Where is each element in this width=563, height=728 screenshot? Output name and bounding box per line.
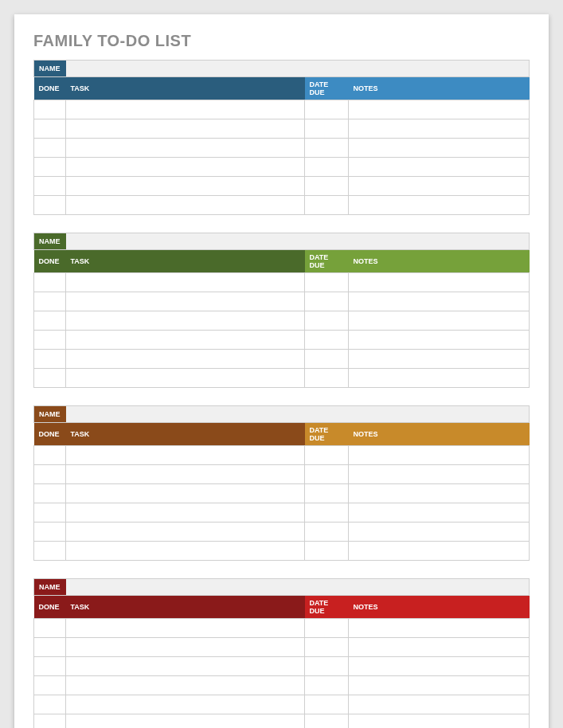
cell-date-due[interactable] xyxy=(305,503,349,523)
cell-date-due[interactable] xyxy=(305,638,349,657)
cell-done[interactable] xyxy=(34,446,66,465)
cell-done[interactable] xyxy=(34,177,66,196)
cell-notes[interactable] xyxy=(349,350,530,369)
cell-date-due[interactable] xyxy=(305,100,349,119)
cell-task[interactable] xyxy=(66,638,305,657)
cell-task[interactable] xyxy=(66,119,305,139)
cell-task[interactable] xyxy=(66,542,305,561)
cell-task[interactable] xyxy=(66,311,305,331)
cell-date-due[interactable] xyxy=(305,177,349,196)
cell-done[interactable] xyxy=(34,196,66,215)
cell-notes[interactable] xyxy=(349,311,530,331)
cell-date-due[interactable] xyxy=(305,196,349,215)
cell-date-due[interactable] xyxy=(305,369,349,388)
cell-done[interactable] xyxy=(34,158,66,177)
cell-done[interactable] xyxy=(34,619,66,638)
cell-done[interactable] xyxy=(34,503,66,523)
cell-done[interactable] xyxy=(34,657,66,676)
cell-notes[interactable] xyxy=(349,139,530,158)
cell-date-due[interactable] xyxy=(305,619,349,638)
cell-notes[interactable] xyxy=(349,523,530,542)
cell-task[interactable] xyxy=(66,177,305,196)
cell-notes[interactable] xyxy=(349,273,530,292)
cell-done[interactable] xyxy=(34,273,66,292)
cell-date-due[interactable] xyxy=(305,273,349,292)
cell-done[interactable] xyxy=(34,714,66,729)
cell-done[interactable] xyxy=(34,638,66,657)
cell-task[interactable] xyxy=(66,100,305,119)
cell-date-due[interactable] xyxy=(305,446,349,465)
cell-task[interactable] xyxy=(66,503,305,523)
cell-done[interactable] xyxy=(34,465,66,484)
cell-done[interactable] xyxy=(34,484,66,503)
cell-task[interactable] xyxy=(66,273,305,292)
cell-date-due[interactable] xyxy=(305,484,349,503)
cell-date-due[interactable] xyxy=(305,465,349,484)
cell-done[interactable] xyxy=(34,331,66,350)
cell-date-due[interactable] xyxy=(305,292,349,311)
cell-task[interactable] xyxy=(66,331,305,350)
cell-date-due[interactable] xyxy=(305,158,349,177)
cell-done[interactable] xyxy=(34,311,66,331)
cell-notes[interactable] xyxy=(349,676,530,695)
cell-task[interactable] xyxy=(66,369,305,388)
name-field[interactable] xyxy=(66,233,529,249)
cell-notes[interactable] xyxy=(349,657,530,676)
cell-notes[interactable] xyxy=(349,119,530,139)
cell-date-due[interactable] xyxy=(305,350,349,369)
cell-done[interactable] xyxy=(34,542,66,561)
cell-notes[interactable] xyxy=(349,695,530,714)
cell-done[interactable] xyxy=(34,350,66,369)
cell-task[interactable] xyxy=(66,196,305,215)
name-field[interactable] xyxy=(66,61,529,76)
cell-task[interactable] xyxy=(66,523,305,542)
cell-notes[interactable] xyxy=(349,177,530,196)
cell-task[interactable] xyxy=(66,292,305,311)
cell-notes[interactable] xyxy=(349,714,530,729)
cell-date-due[interactable] xyxy=(305,695,349,714)
cell-notes[interactable] xyxy=(349,292,530,311)
cell-notes[interactable] xyxy=(349,484,530,503)
cell-date-due[interactable] xyxy=(305,542,349,561)
name-field[interactable] xyxy=(66,406,529,422)
cell-date-due[interactable] xyxy=(305,676,349,695)
cell-date-due[interactable] xyxy=(305,657,349,676)
cell-date-due[interactable] xyxy=(305,523,349,542)
cell-notes[interactable] xyxy=(349,158,530,177)
cell-done[interactable] xyxy=(34,119,66,139)
cell-task[interactable] xyxy=(66,714,305,729)
cell-notes[interactable] xyxy=(349,503,530,523)
cell-task[interactable] xyxy=(66,465,305,484)
cell-notes[interactable] xyxy=(349,619,530,638)
cell-task[interactable] xyxy=(66,446,305,465)
cell-task[interactable] xyxy=(66,350,305,369)
cell-task[interactable] xyxy=(66,676,305,695)
cell-done[interactable] xyxy=(34,369,66,388)
cell-done[interactable] xyxy=(34,523,66,542)
cell-notes[interactable] xyxy=(349,196,530,215)
cell-date-due[interactable] xyxy=(305,139,349,158)
cell-task[interactable] xyxy=(66,657,305,676)
cell-date-due[interactable] xyxy=(305,331,349,350)
cell-date-due[interactable] xyxy=(305,714,349,729)
cell-notes[interactable] xyxy=(349,369,530,388)
cell-task[interactable] xyxy=(66,158,305,177)
cell-notes[interactable] xyxy=(349,446,530,465)
cell-done[interactable] xyxy=(34,676,66,695)
cell-task[interactable] xyxy=(66,139,305,158)
cell-task[interactable] xyxy=(66,619,305,638)
cell-notes[interactable] xyxy=(349,542,530,561)
cell-date-due[interactable] xyxy=(305,311,349,331)
cell-done[interactable] xyxy=(34,695,66,714)
cell-date-due[interactable] xyxy=(305,119,349,139)
cell-task[interactable] xyxy=(66,484,305,503)
cell-notes[interactable] xyxy=(349,638,530,657)
cell-done[interactable] xyxy=(34,292,66,311)
cell-notes[interactable] xyxy=(349,100,530,119)
cell-notes[interactable] xyxy=(349,331,530,350)
cell-done[interactable] xyxy=(34,100,66,119)
cell-done[interactable] xyxy=(34,139,66,158)
name-field[interactable] xyxy=(66,579,529,595)
cell-notes[interactable] xyxy=(349,465,530,484)
cell-task[interactable] xyxy=(66,695,305,714)
